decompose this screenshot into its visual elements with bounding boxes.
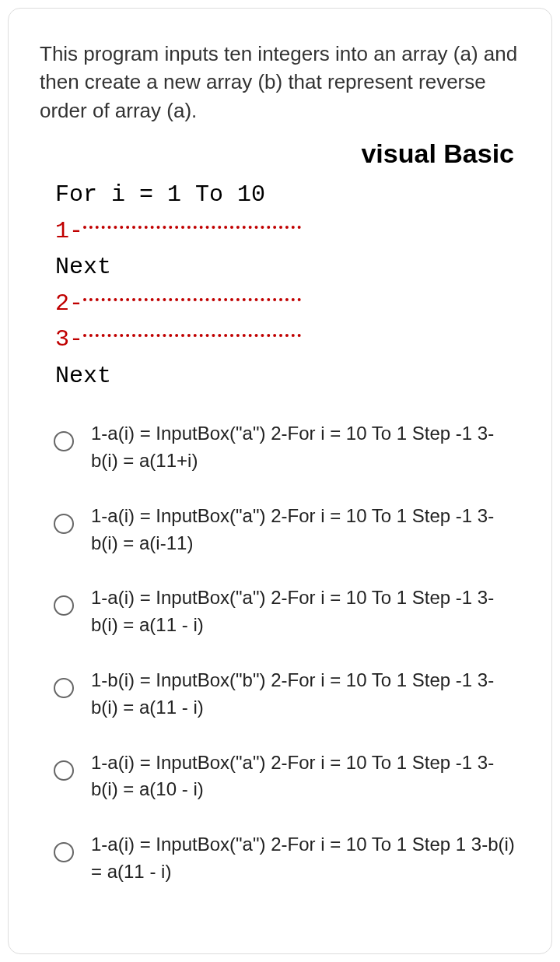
option-text: 1-a(i) = InputBox("a") 2-For i = 10 To 1… — [91, 831, 520, 886]
blank-dots-2 — [83, 298, 301, 301]
option-2[interactable]: 1-a(i) = InputBox("a") 2-For i = 10 To 1… — [40, 503, 520, 557]
option-text: 1-b(i) = InputBox("b") 2-For i = 10 To 1… — [91, 667, 520, 722]
option-6[interactable]: 1-a(i) = InputBox("a") 2-For i = 10 To 1… — [40, 831, 520, 886]
code-line-2: Next — [55, 249, 520, 286]
code-line-3: Next — [55, 358, 520, 395]
radio-icon — [54, 842, 74, 862]
blank-dots-1 — [83, 226, 301, 229]
blank-number-3: 3- — [55, 326, 83, 353]
code-block: For i = 1 To 10 1- Next 2- 3- Next — [55, 177, 520, 394]
radio-icon — [54, 760, 74, 781]
blank-number-2: 2- — [55, 290, 83, 317]
option-4[interactable]: 1-b(i) = InputBox("b") 2-For i = 10 To 1… — [40, 667, 520, 722]
code-blank-2: 2- — [55, 286, 520, 322]
options-group: 1-a(i) = InputBox("a") 2-For i = 10 To 1… — [40, 420, 520, 886]
option-text: 1-a(i) = InputBox("a") 2-For i = 10 To 1… — [91, 420, 520, 475]
option-3[interactable]: 1-a(i) = InputBox("a") 2-For i = 10 To 1… — [40, 585, 520, 639]
radio-icon — [54, 678, 74, 698]
language-label: visual Basic — [40, 139, 520, 169]
code-blank-3: 3- — [55, 321, 520, 358]
code-line-1: For i = 1 To 10 — [55, 177, 520, 213]
question-card: This program inputs ten integers into an… — [8, 8, 552, 954]
question-text: This program inputs ten integers into an… — [40, 40, 520, 125]
option-text: 1-a(i) = InputBox("a") 2-For i = 10 To 1… — [91, 503, 520, 557]
radio-icon — [54, 595, 74, 616]
radio-icon — [54, 514, 74, 534]
option-text: 1-a(i) = InputBox("a") 2-For i = 10 To 1… — [91, 750, 520, 804]
code-blank-1: 1- — [55, 213, 520, 250]
option-5[interactable]: 1-a(i) = InputBox("a") 2-For i = 10 To 1… — [40, 750, 520, 804]
blank-dots-3 — [83, 334, 301, 337]
radio-icon — [54, 431, 74, 451]
option-text: 1-a(i) = InputBox("a") 2-For i = 10 To 1… — [91, 585, 520, 639]
blank-number-1: 1- — [55, 218, 83, 244]
option-1[interactable]: 1-a(i) = InputBox("a") 2-For i = 10 To 1… — [40, 420, 520, 475]
